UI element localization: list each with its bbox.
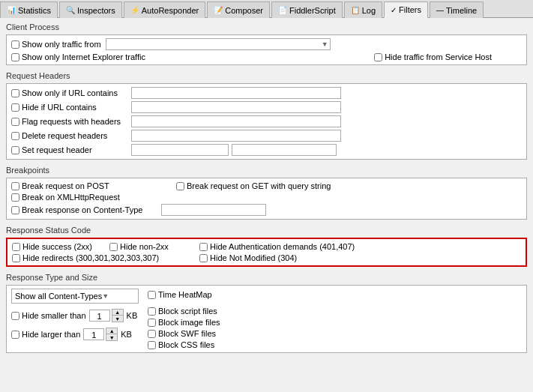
ie-traffic-checkbox[interactable] bbox=[11, 53, 19, 61]
right-panel: Time HeatMap Block script files Block im… bbox=[148, 289, 220, 349]
block-css-label[interactable]: Block CSS files bbox=[148, 340, 220, 349]
ie-traffic-label[interactable]: Show only Internet Explorer traffic bbox=[11, 52, 145, 61]
section-client-process: Client Process Show only traffic from ▼ bbox=[6, 22, 527, 65]
block-image-checkbox[interactable] bbox=[148, 319, 156, 327]
content-types-dropdown-row: Show all Content-Types ▼ bbox=[11, 289, 139, 304]
show-only-url-label[interactable]: Show only if URL contains bbox=[11, 88, 131, 97]
show-only-url-input[interactable] bbox=[131, 87, 341, 99]
composer-icon: 📝 bbox=[214, 6, 223, 14]
hide-auth-checkbox[interactable] bbox=[199, 243, 208, 251]
set-header-row: Set request header bbox=[11, 144, 522, 156]
block-script-checkbox[interactable] bbox=[148, 307, 156, 316]
client-process-label: Client Process bbox=[6, 22, 527, 31]
flag-headers-label[interactable]: Flag requests with headers bbox=[11, 117, 131, 126]
hide-larger-checkbox[interactable] bbox=[11, 331, 19, 339]
tab-composer[interactable]: 📝 Composer bbox=[207, 1, 270, 18]
response-type-label: Response Type and Size bbox=[6, 273, 527, 282]
hide-service-host-label[interactable]: Hide traffic from Service Host bbox=[374, 52, 492, 61]
tab-statistics[interactable]: 📊 Statistics bbox=[0, 1, 58, 18]
tab-filters[interactable]: ✓ Filters bbox=[384, 1, 428, 18]
client-process-box: Show only traffic from ▼ Show only Inter… bbox=[6, 34, 527, 65]
show-only-traffic-checkbox[interactable] bbox=[11, 40, 19, 49]
break-post-checkbox[interactable] bbox=[11, 182, 19, 190]
section-response-status: Response Status Code Hide success (2xx) … bbox=[6, 226, 527, 267]
delete-headers-checkbox[interactable] bbox=[11, 132, 19, 140]
hide-redirects-checkbox[interactable] bbox=[12, 254, 20, 262]
break-xml-label[interactable]: Break on XMLHttpRequest bbox=[11, 193, 120, 202]
break-post-label[interactable]: Break request on POST bbox=[11, 181, 176, 190]
hide-larger-label[interactable]: Hide larger than bbox=[11, 330, 80, 339]
hide-smaller-arrows: ▲ ▼ bbox=[112, 309, 124, 322]
statistics-icon: 📊 bbox=[7, 6, 16, 14]
block-css-checkbox[interactable] bbox=[148, 341, 156, 349]
set-header-name-input[interactable] bbox=[131, 144, 229, 156]
break-post-row: Break request on POST Break request on G… bbox=[11, 181, 522, 190]
hide-not-modified-checkbox[interactable] bbox=[199, 254, 208, 262]
autoresponder-icon: ⚡ bbox=[130, 6, 139, 14]
hide-larger-down-arrow[interactable]: ▼ bbox=[106, 334, 117, 340]
hide-success-label[interactable]: Hide success (2xx) bbox=[12, 242, 109, 251]
tab-log[interactable]: 📋 Log bbox=[344, 1, 382, 18]
hide-success-checkbox[interactable] bbox=[12, 243, 20, 251]
flag-headers-checkbox[interactable] bbox=[11, 118, 19, 126]
section-breakpoints: Breakpoints Break request on POST Break … bbox=[6, 166, 527, 220]
break-response-checkbox[interactable] bbox=[11, 206, 19, 214]
traffic-from-dropdown[interactable]: ▼ bbox=[106, 38, 331, 50]
tab-fiddlerscript[interactable]: 📄 FiddlerScript bbox=[271, 1, 343, 18]
hide-url-row: Hide if URL contains bbox=[11, 101, 522, 113]
tab-autoresponder[interactable]: ⚡ AutoResponder bbox=[124, 1, 205, 18]
block-script-label[interactable]: Block script files bbox=[148, 307, 220, 316]
filters-icon: ✓ bbox=[391, 6, 397, 14]
flag-headers-input[interactable] bbox=[131, 115, 341, 127]
break-get-checkbox[interactable] bbox=[176, 182, 184, 190]
hide-auth-label[interactable]: Hide Authentication demands (401,407) bbox=[199, 242, 355, 251]
show-only-traffic-check-label[interactable]: Show only traffic from bbox=[11, 40, 101, 49]
tab-bar: 📊 Statistics 🔍 Inspectors ⚡ AutoResponde… bbox=[0, 0, 533, 18]
block-swf-label[interactable]: Block SWF files bbox=[148, 329, 220, 338]
break-xml-checkbox[interactable] bbox=[11, 193, 19, 202]
delete-headers-label[interactable]: Delete request headers bbox=[11, 131, 131, 140]
hide-smaller-value[interactable]: 1 bbox=[89, 310, 110, 322]
inspectors-icon: 🔍 bbox=[66, 6, 75, 14]
break-response-label[interactable]: Break response on Content-Type bbox=[11, 205, 161, 214]
break-get-label[interactable]: Break request on GET with query string bbox=[176, 181, 331, 190]
hide-larger-spinner: 1 ▲ ▼ bbox=[83, 328, 118, 341]
hide-smaller-down-arrow[interactable]: ▼ bbox=[112, 316, 123, 322]
hide-url-checkbox[interactable] bbox=[11, 103, 19, 112]
set-header-label[interactable]: Set request header bbox=[11, 145, 131, 154]
hide-url-label[interactable]: Hide if URL contains bbox=[11, 103, 131, 112]
block-image-label[interactable]: Block image files bbox=[148, 318, 220, 327]
block-swf-checkbox[interactable] bbox=[148, 330, 156, 338]
timeline-icon: — bbox=[436, 6, 444, 14]
hide-smaller-checkbox[interactable] bbox=[11, 312, 19, 320]
dropdown-arrow-icon: ▼ bbox=[322, 40, 328, 48]
hide-larger-up-arrow[interactable]: ▲ bbox=[106, 328, 117, 334]
hide-smaller-label[interactable]: Hide smaller than bbox=[11, 311, 86, 320]
hide-service-host-checkbox[interactable] bbox=[374, 53, 382, 61]
hide-non2xx-checkbox[interactable] bbox=[109, 243, 118, 251]
time-heatmap-label[interactable]: Time HeatMap bbox=[148, 290, 220, 299]
set-header-value-input[interactable] bbox=[232, 144, 337, 156]
break-response-row: Break response on Content-Type bbox=[11, 204, 522, 216]
content-types-dropdown[interactable]: Show all Content-Types ▼ bbox=[11, 289, 139, 304]
tab-inspectors[interactable]: 🔍 Inspectors bbox=[59, 1, 122, 18]
response-type-box: Show all Content-Types ▼ Hide smaller th… bbox=[6, 285, 527, 353]
hide-larger-value[interactable]: 1 bbox=[83, 328, 104, 340]
hide-smaller-spinner: 1 ▲ ▼ bbox=[89, 309, 124, 322]
response-status-box: Hide success (2xx) Hide non-2xx Hide Aut… bbox=[6, 238, 527, 267]
show-only-url-checkbox[interactable] bbox=[11, 89, 19, 97]
show-only-url-row: Show only if URL contains bbox=[11, 87, 522, 99]
break-response-input[interactable] bbox=[161, 204, 266, 216]
hide-not-modified-label[interactable]: Hide Not Modified (304) bbox=[199, 253, 297, 262]
tab-timeline[interactable]: — Timeline bbox=[430, 1, 484, 18]
left-panel: Show all Content-Types ▼ Hide smaller th… bbox=[11, 289, 139, 341]
set-header-checkbox[interactable] bbox=[11, 146, 19, 154]
break-xml-row: Break on XMLHttpRequest bbox=[11, 193, 522, 202]
delete-headers-input[interactable] bbox=[131, 130, 341, 142]
section-response-type: Response Type and Size Show all Content-… bbox=[6, 273, 527, 353]
time-heatmap-checkbox[interactable] bbox=[148, 291, 156, 299]
hide-url-input[interactable] bbox=[131, 101, 341, 113]
hide-smaller-up-arrow[interactable]: ▲ bbox=[112, 310, 123, 316]
hide-redirects-label[interactable]: Hide redirects (300,301,302,303,307) bbox=[12, 253, 199, 262]
hide-non2xx-label[interactable]: Hide non-2xx bbox=[109, 242, 199, 251]
